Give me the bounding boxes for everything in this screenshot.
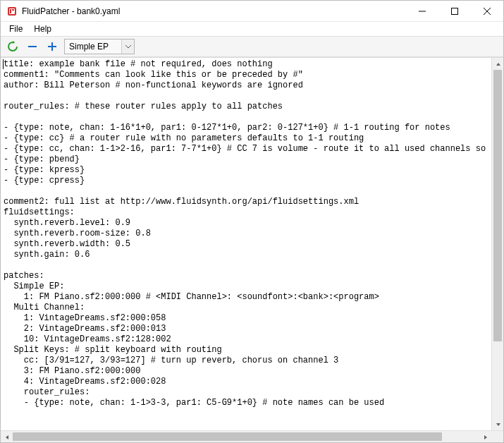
- menu-file[interactable]: File: [4, 23, 28, 35]
- menu-help[interactable]: Help: [28, 23, 57, 35]
- scroll-up-button[interactable]: [492, 58, 503, 70]
- scroll-corner: [491, 431, 503, 442]
- chevron-down-icon: [121, 40, 134, 54]
- menubar: File Help: [1, 22, 503, 36]
- titlebar: FluidPatcher - bank0.yaml: [1, 1, 503, 22]
- refresh-icon: [7, 41, 18, 52]
- remove-button[interactable]: [25, 39, 40, 54]
- toolbar: Simple EP: [1, 36, 503, 57]
- app-icon: [6, 6, 18, 17]
- refresh-button[interactable]: [5, 39, 20, 54]
- window-title: FluidPatcher - bank0.yaml: [22, 6, 120, 16]
- scroll-right-button[interactable]: [479, 431, 491, 442]
- app-window: FluidPatcher - bank0.yaml File Help: [0, 0, 504, 443]
- svg-rect-2: [10, 9, 11, 13]
- scroll-left-button[interactable]: [1, 431, 13, 442]
- patch-select-value: Simple EP: [65, 42, 121, 51]
- plus-icon: [47, 41, 58, 52]
- hscroll-track[interactable]: [13, 431, 479, 442]
- close-button[interactable]: [471, 1, 503, 22]
- editor-area: title: example bank file # not required,…: [1, 57, 503, 442]
- maximize-button[interactable]: [438, 1, 471, 22]
- minimize-button[interactable]: [406, 1, 438, 22]
- yaml-editor[interactable]: title: example bank file # not required,…: [1, 58, 491, 430]
- svg-rect-7: [48, 46, 56, 47]
- horizontal-scrollbar[interactable]: [1, 431, 491, 442]
- svg-rect-3: [12, 9, 14, 11]
- svg-rect-5: [28, 46, 37, 47]
- vscroll-track[interactable]: [492, 70, 503, 418]
- minus-icon: [27, 41, 38, 52]
- scroll-down-button[interactable]: [492, 418, 503, 430]
- vertical-scrollbar[interactable]: [491, 58, 503, 430]
- hscroll-thumb[interactable]: [13, 432, 442, 441]
- vscroll-thumb[interactable]: [493, 70, 502, 341]
- patch-select[interactable]: Simple EP: [64, 39, 135, 54]
- svg-rect-4: [452, 8, 458, 14]
- add-button[interactable]: [44, 39, 60, 54]
